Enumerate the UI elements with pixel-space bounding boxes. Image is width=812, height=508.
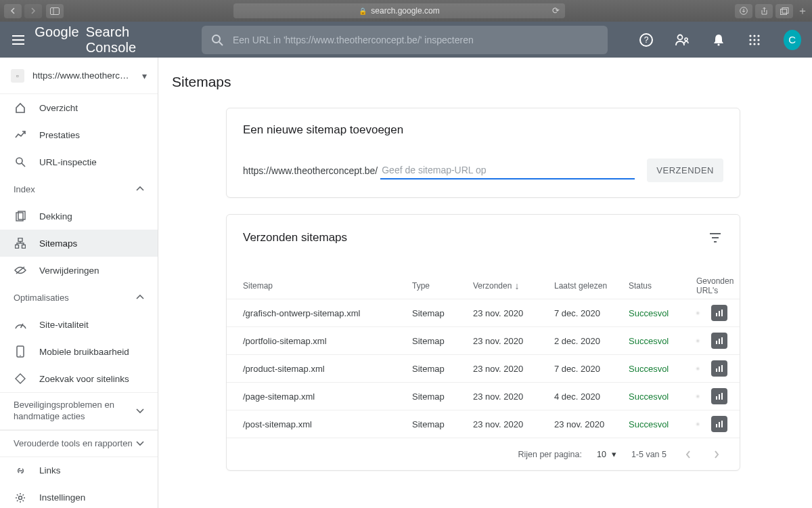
nav-sitemaps[interactable]: Sitemaps <box>0 230 158 257</box>
table-footer: Rijen per pagina: 10 ▾ 1-5 van 5 <box>227 438 740 470</box>
users-button[interactable] <box>675 32 690 48</box>
table-row[interactable]: /post-sitemap.xmlSitemap23 nov. 202023 n… <box>227 410 740 438</box>
url-inspect-search[interactable] <box>202 26 608 54</box>
row-details-button[interactable] <box>711 333 727 349</box>
col-sitemap[interactable]: Sitemap <box>243 281 412 291</box>
nav-dekking[interactable]: Dekking <box>0 203 158 230</box>
svg-rect-35 <box>721 310 723 316</box>
nav-prestaties[interactable]: Prestaties <box>0 121 158 148</box>
cell-type: Sitemap <box>412 391 473 402</box>
mobile-icon <box>14 345 27 358</box>
sitemap-icon <box>14 238 27 249</box>
col-type[interactable]: Type <box>412 281 473 291</box>
app-logo: Google Search Console <box>35 24 166 56</box>
cell-laatst: 7 dec. 2020 <box>554 308 629 318</box>
svg-point-32 <box>19 496 22 499</box>
browser-tabs-button[interactable] <box>775 4 793 18</box>
nav-url-inspectie[interactable]: URL-inspectie <box>0 148 158 175</box>
nav-prestaties-label: Prestaties <box>39 130 80 140</box>
rows-per-page-label: Rijen per pagina: <box>518 450 582 459</box>
table-row[interactable]: /portfolio-sitemap.xmlSitemap23 nov. 202… <box>227 326 740 354</box>
browser-chrome: 🔒 search.google.com ⟳ ＋ <box>0 0 812 22</box>
svg-rect-45 <box>716 424 717 427</box>
cell-laatst: 2 dec. 2020 <box>554 336 629 346</box>
browser-downloads-button[interactable] <box>735 4 752 18</box>
sitemaps-table: Sitemap Type Verzonden↓ Laatst gelezen S… <box>227 273 740 438</box>
cell-urls: • <box>696 308 700 318</box>
section-legacy[interactable]: Verouderde tools en rapporten <box>0 430 158 457</box>
cell-type: Sitemap <box>412 419 473 429</box>
browser-forward-button[interactable] <box>24 4 42 18</box>
sidebar: ▫ https://www.theotherconcept... ▾ Overz… <box>0 58 158 508</box>
prev-page-button[interactable] <box>681 448 695 461</box>
cell-sitemap: /post-sitemap.xml <box>243 419 412 429</box>
section-optimalisaties[interactable]: Optimalisaties <box>0 284 158 311</box>
nav-links[interactable]: Links <box>0 457 158 484</box>
nav-zoekvak[interactable]: Zoekvak voor sitelinks <box>0 365 158 392</box>
col-laatst[interactable]: Laatst gelezen <box>554 281 629 291</box>
gear-icon <box>14 492 27 503</box>
col-status[interactable]: Status <box>629 281 696 291</box>
cell-status: Succesvol <box>629 336 696 346</box>
section-index[interactable]: Index <box>0 175 158 203</box>
row-details-button[interactable] <box>711 360 727 377</box>
next-page-button[interactable] <box>710 448 723 461</box>
browser-url-bar[interactable]: 🔒 search.google.com ⟳ <box>233 3 565 18</box>
nav-zoekvak-label: Zoekvak voor sitelinks <box>39 374 129 384</box>
submit-sitemap-button[interactable]: VERZENDEN <box>647 158 723 182</box>
browser-new-tab-button[interactable]: ＋ <box>797 3 808 18</box>
account-avatar[interactable]: C <box>784 30 801 50</box>
svg-rect-42 <box>716 396 717 400</box>
nav-instellingen[interactable]: Instellingen <box>0 484 158 508</box>
svg-point-13 <box>753 35 755 37</box>
row-details-button[interactable] <box>711 416 727 432</box>
nav-mobiele[interactable]: Mobiele bruikbaarheid <box>0 338 158 365</box>
table-row[interactable]: /page-sitemap.xmlSitemap23 nov. 20204 de… <box>227 382 740 410</box>
row-details-button[interactable] <box>711 388 727 404</box>
nav-overzicht[interactable]: Overzicht <box>0 94 158 121</box>
property-text: https://www.theotherconcept... <box>32 70 134 81</box>
svg-point-10 <box>685 38 687 41</box>
sort-desc-icon: ↓ <box>514 280 519 291</box>
avatar-letter: C <box>788 34 796 45</box>
property-selector[interactable]: ▫ https://www.theotherconcept... ▾ <box>0 58 158 94</box>
cell-verzonden: 23 nov. 2020 <box>473 419 554 429</box>
section-optimalisaties-label: Optimalisaties <box>14 293 69 303</box>
svg-rect-36 <box>716 341 717 344</box>
svg-point-14 <box>757 35 759 37</box>
browser-back-button[interactable] <box>4 4 22 18</box>
svg-rect-33 <box>716 313 717 316</box>
svg-rect-4 <box>782 7 788 13</box>
row-details-button[interactable] <box>711 305 727 321</box>
reload-icon[interactable]: ⟳ <box>552 5 560 16</box>
rows-per-page-select[interactable]: 10 ▾ <box>597 449 616 459</box>
browser-url-text: search.google.com <box>371 6 439 16</box>
apps-button[interactable] <box>747 32 761 48</box>
rows-per-page-value: 10 <box>597 450 606 459</box>
table-row[interactable]: /product-sitemap.xmlSitemap23 nov. 20207… <box>227 354 740 382</box>
notifications-button[interactable] <box>711 32 725 48</box>
svg-line-22 <box>22 163 25 167</box>
logo-product: Search Console <box>86 24 166 56</box>
nav-site-vitaliteit[interactable]: Site-vitaliteit <box>0 311 158 338</box>
col-urls[interactable]: Gevonden URL's <box>696 276 734 295</box>
nav-verwijderingen[interactable]: Verwijderingen <box>0 257 158 284</box>
menu-button[interactable] <box>11 32 25 48</box>
table-header: Sitemap Type Verzonden↓ Laatst gelezen S… <box>227 273 740 299</box>
browser-share-button[interactable] <box>755 4 773 18</box>
help-button[interactable]: ? <box>639 32 653 48</box>
table-row[interactable]: /grafisch-ontwerp-sitemap.xmlSitemap23 n… <box>227 299 740 326</box>
col-verzonden[interactable]: Verzonden↓ <box>473 280 554 291</box>
url-inspect-input[interactable] <box>233 35 598 45</box>
browser-sidebar-button[interactable] <box>46 4 64 18</box>
cell-sitemap: /portfolio-sitemap.xml <box>243 336 412 346</box>
filter-button[interactable] <box>707 230 723 246</box>
svg-text:?: ? <box>644 35 648 45</box>
home-icon <box>14 102 27 113</box>
cell-type: Sitemap <box>412 336 473 346</box>
sitemap-url-input[interactable] <box>380 162 635 179</box>
section-index-label: Index <box>14 184 35 194</box>
cell-sitemap: /product-sitemap.xml <box>243 364 412 374</box>
section-security[interactable]: Beveiligingsproblemen en handmatige acti… <box>0 392 158 430</box>
svg-point-18 <box>749 43 751 45</box>
